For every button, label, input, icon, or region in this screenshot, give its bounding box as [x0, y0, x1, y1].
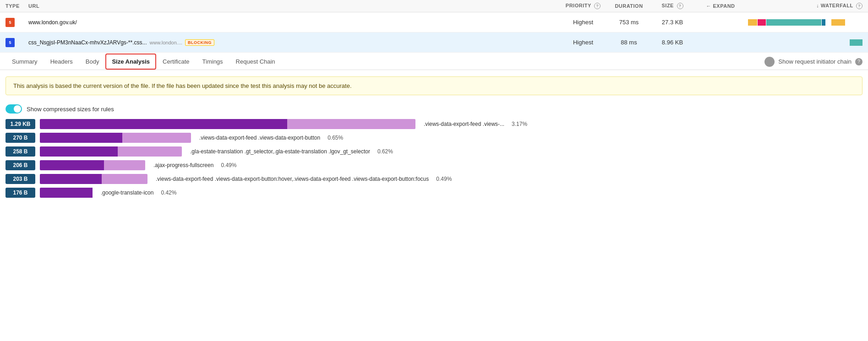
bar-light — [118, 146, 182, 157]
row1-url: www.london.gov.uk/ — [28, 19, 560, 26]
priority-help-icon[interactable]: ? — [594, 3, 601, 9]
bar-percent: 0.42% — [161, 189, 176, 196]
tab-summary[interactable]: Summary — [5, 54, 44, 70]
waterfall-help-icon[interactable]: ? — [856, 3, 863, 9]
list-item: 270 B .views-data-export-feed .views-dat… — [5, 133, 863, 143]
bar-label: .gla-estate-translation .gt_selector,.gl… — [190, 148, 370, 155]
table-header: TYPE URL PRIORITY ? DURATION SIZE ? ← EX… — [0, 0, 868, 12]
tab-timings[interactable]: Timings — [196, 54, 229, 70]
toggle-knob — [14, 105, 21, 113]
html-icon: 5 — [5, 18, 15, 27]
size-badge: 270 B — [5, 133, 35, 143]
toggle-label: Show compressed sizes for rules — [27, 106, 114, 113]
col-header-url: URL — [28, 3, 560, 9]
size-badge: 203 B — [5, 174, 35, 184]
chain-toggle[interactable] — [764, 57, 775, 67]
col-header-waterfall: ↓ WATERFALL ? — [748, 3, 863, 9]
tab-size-analysis[interactable]: Size Analysis — [105, 54, 156, 70]
row1-size: 27.3 KB — [652, 19, 693, 26]
css-icon: 5 — [5, 38, 15, 47]
bar-outer — [40, 119, 415, 129]
bar-percent: 0.62% — [377, 148, 393, 155]
row1-type-col: 5 — [5, 18, 28, 27]
tab-request-chain[interactable]: Request Chain — [229, 54, 282, 70]
bar-light — [122, 133, 191, 143]
list-item: 1.29 KB .views-data-export-feed .views-.… — [5, 119, 863, 129]
bar-light — [287, 119, 415, 129]
compressed-sizes-toggle[interactable] — [5, 104, 22, 114]
row2-duration: 88 ms — [606, 39, 652, 46]
warning-banner: This analysis is based the current versi… — [5, 76, 863, 95]
bar-label: .views-data-export-feed .views-... — [424, 121, 504, 127]
bar-outer — [40, 174, 147, 184]
tab-headers[interactable]: Headers — [44, 54, 79, 70]
size-help-icon[interactable]: ? — [677, 3, 683, 9]
show-chain-container: Show request initiator chain ? — [764, 57, 863, 67]
bar-outer — [40, 146, 182, 157]
col-header-size: SIZE ? — [652, 3, 693, 9]
size-badge: 258 B — [5, 146, 35, 157]
row2-priority: Highest — [560, 39, 606, 46]
bar-percent: 3.17% — [512, 121, 527, 127]
table-row[interactable]: 5 www.london.gov.uk/ Highest 753 ms 27.3… — [0, 12, 868, 32]
row1-duration: 753 ms — [606, 19, 652, 26]
tab-certificate[interactable]: Certificate — [156, 54, 196, 70]
list-item: 206 B .ajax-progress-fullscreen 0.49% — [5, 160, 863, 170]
bar-label: .views-data-export-feed .views-data-expo… — [156, 176, 429, 182]
bar-dark — [40, 119, 287, 129]
row2-size: 8.96 KB — [652, 39, 693, 46]
list-item: 258 B .gla-estate-translation .gt_select… — [5, 146, 863, 157]
blocking-badge: BLOCKING — [185, 39, 214, 46]
list-item: 203 B .views-data-export-feed .views-dat… — [5, 174, 863, 184]
size-badge: 1.29 KB — [5, 119, 35, 129]
bar-label: .views-data-export-feed .views-data-expo… — [199, 135, 320, 141]
row2-url: css_NsgjsI-PM3nNaaCx-mhvXzJARVgs-**.css.… — [28, 39, 560, 46]
bar-percent: 0.65% — [328, 135, 343, 141]
bar-outer — [40, 160, 145, 170]
bar-percent: 0.49% — [436, 176, 452, 182]
size-badge: 176 B — [5, 188, 35, 198]
row1-waterfall — [748, 19, 863, 26]
bar-dark — [40, 133, 122, 143]
data-section: 1.29 KB .views-data-export-feed .views-.… — [0, 119, 868, 198]
bar-outer — [40, 188, 93, 198]
list-item: 176 B .google-translate-icon 0.42% — [5, 188, 863, 198]
row2-waterfall — [748, 39, 863, 46]
col-header-expand[interactable]: ← EXPAND — [693, 3, 748, 9]
bar-light — [102, 174, 147, 184]
row1-priority: Highest — [560, 19, 606, 26]
show-chain-label: Show request initiator chain — [778, 58, 852, 65]
tabs-bar: Summary Headers Body Size Analysis Certi… — [0, 54, 868, 70]
bar-light — [104, 160, 145, 170]
col-header-duration: DURATION — [606, 3, 652, 9]
toggle-row: Show compressed sizes for rules — [0, 102, 868, 119]
row2-type-col: 5 — [5, 38, 28, 47]
chain-help-icon[interactable]: ? — [855, 58, 863, 65]
bar-dark — [40, 174, 102, 184]
col-header-priority: PRIORITY ? — [560, 3, 606, 9]
bar-dark — [40, 188, 93, 198]
bar-percent: 0.49% — [221, 162, 236, 168]
tab-body[interactable]: Body — [79, 54, 106, 70]
bar-dark — [40, 160, 104, 170]
warning-text: This analysis is based the current versi… — [13, 82, 352, 89]
table-row[interactable]: 5 css_NsgjsI-PM3nNaaCx-mhvXzJARVgs-**.cs… — [0, 32, 868, 53]
bar-label: .ajax-progress-fullscreen — [153, 162, 213, 168]
size-badge: 206 B — [5, 160, 35, 170]
col-header-type: TYPE — [5, 3, 28, 9]
bar-dark — [40, 146, 118, 157]
bar-label: .google-translate-icon — [101, 189, 153, 196]
bar-outer — [40, 133, 191, 143]
